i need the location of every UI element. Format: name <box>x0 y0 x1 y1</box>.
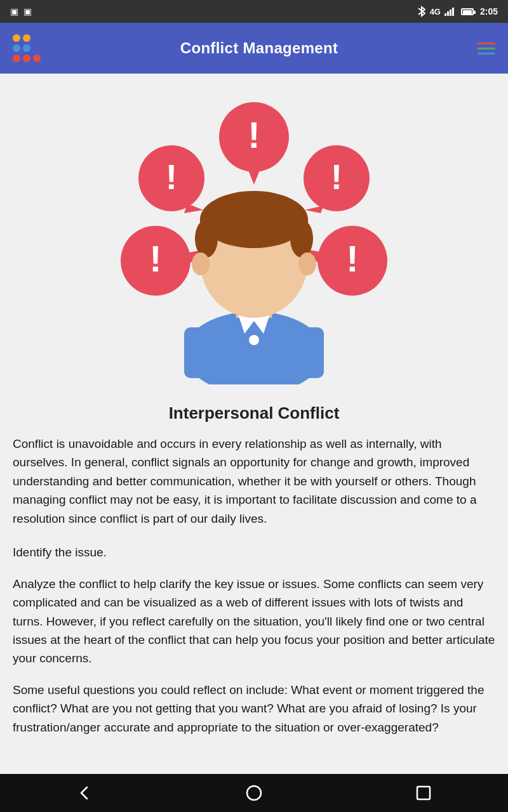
logo-dot-6 <box>33 44 41 52</box>
svg-marker-11 <box>305 206 324 213</box>
svg-point-29 <box>298 252 316 275</box>
svg-rect-2 <box>450 10 451 16</box>
bottom-navigation <box>0 774 508 812</box>
svg-rect-1 <box>447 11 449 16</box>
svg-marker-5 <box>248 169 260 185</box>
notification-icon: ▣ <box>10 6 18 16</box>
logo-dot-7 <box>13 55 20 62</box>
illustration-container: ! ! ! ! ! <box>13 86 495 391</box>
menu-line-3 <box>478 53 495 55</box>
logo-dot-2 <box>23 34 30 42</box>
svg-point-27 <box>290 219 313 258</box>
app-title: Conflict Management <box>180 39 338 57</box>
svg-rect-32 <box>417 787 430 799</box>
svg-text:!: ! <box>346 238 358 279</box>
logo-dot-1 <box>13 34 20 42</box>
battery-icon <box>461 8 474 15</box>
signal-icon <box>444 7 456 16</box>
svg-point-31 <box>247 786 261 800</box>
status-bar: ▣ ▣ 4G 2:05 <box>0 0 508 23</box>
logo-dot-3 <box>33 34 41 42</box>
svg-point-26 <box>195 219 218 258</box>
menu-line-2 <box>478 48 495 49</box>
menu-button[interactable] <box>478 43 495 55</box>
intro-paragraph: Conflict is unavoidable and occurs in ev… <box>13 435 495 528</box>
network-type: 4G <box>430 7 441 16</box>
main-content: ! ! ! ! ! <box>0 74 508 762</box>
svg-point-28 <box>192 252 210 275</box>
bluetooth-icon <box>417 6 426 17</box>
status-right-icons: 4G 2:05 <box>417 6 498 17</box>
app-logo <box>13 34 41 62</box>
time-display: 2:05 <box>480 6 498 16</box>
point-identify-issue: Identify the issue. <box>13 543 495 561</box>
svg-marker-8 <box>184 204 203 213</box>
sync-icon: ▣ <box>23 6 32 16</box>
point-useful-questions: Some useful questions you could reflect … <box>13 681 495 737</box>
svg-text:!: ! <box>149 238 161 279</box>
svg-text:!: ! <box>166 157 177 197</box>
logo-dot-4 <box>13 44 20 52</box>
logo-dot-9 <box>33 55 41 62</box>
svg-point-30 <box>249 335 259 345</box>
app-bar: Conflict Management <box>0 23 508 74</box>
menu-line-1 <box>478 43 495 44</box>
svg-rect-3 <box>452 8 454 16</box>
status-left-icons: ▣ ▣ <box>10 6 32 16</box>
home-button[interactable] <box>235 774 273 812</box>
content-heading: Interpersonal Conflict <box>13 403 495 423</box>
svg-text:!: ! <box>331 157 342 197</box>
svg-rect-0 <box>444 13 446 16</box>
point-analyze-conflict: Analyze the conflict to help clarify the… <box>13 575 495 668</box>
logo-dot-5 <box>23 44 30 52</box>
interpersonal-conflict-illustration: ! ! ! ! ! <box>95 86 413 384</box>
logo-dot-8 <box>23 55 30 62</box>
back-button[interactable] <box>65 774 104 812</box>
recent-apps-button[interactable] <box>404 774 443 812</box>
svg-text:!: ! <box>248 114 260 155</box>
